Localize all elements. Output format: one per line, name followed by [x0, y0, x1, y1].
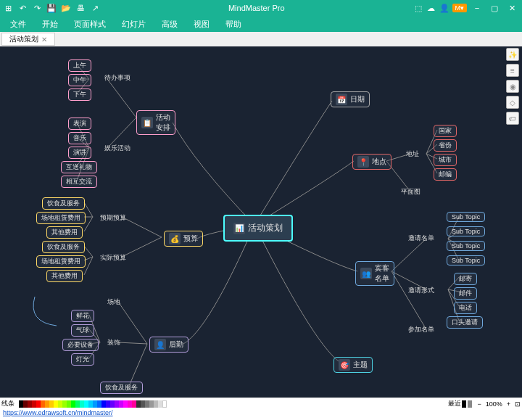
- money-icon: 💰: [169, 233, 181, 244]
- sub-b5-2[interactable]: 平面图: [401, 187, 420, 197]
- recent-color-1[interactable]: [462, 400, 466, 408]
- status-right: 最近: [448, 399, 461, 408]
- leaf[interactable]: 必要设备: [62, 339, 99, 351]
- person-icon: 👤: [154, 339, 166, 350]
- leaf[interactable]: 表演: [68, 118, 91, 130]
- leaf[interactable]: 下午: [68, 88, 91, 101]
- leaf[interactable]: Sub Topic: [447, 255, 485, 265]
- leaf[interactable]: 演讲: [68, 147, 91, 159]
- fit-icon[interactable]: ⊡: [515, 400, 521, 408]
- share-icon[interactable]: ⬚: [413, 3, 423, 13]
- menu-file[interactable]: 文件: [3, 17, 33, 31]
- maximize-button[interactable]: ▢: [487, 1, 502, 15]
- zoom-level: 100%: [486, 400, 502, 408]
- node-b1[interactable]: 📋活动 安排: [136, 110, 175, 135]
- clipboard-icon: 📋: [141, 117, 153, 128]
- cloud-icon[interactable]: ☁: [426, 3, 436, 13]
- save-icon[interactable]: 💾: [46, 3, 57, 13]
- minimize-button[interactable]: −: [470, 1, 484, 15]
- leaf[interactable]: 鲜花: [71, 310, 94, 322]
- sub-b5-1[interactable]: 地址: [406, 149, 419, 159]
- calendar-icon: 📅: [336, 94, 347, 105]
- tool-ai-icon[interactable]: ✨: [506, 48, 519, 61]
- leaf[interactable]: 互送礼物: [61, 161, 97, 173]
- close-button[interactable]: ✕: [505, 1, 519, 15]
- leaf[interactable]: Sub Topic: [447, 241, 485, 251]
- chart-icon: 📊: [233, 223, 245, 234]
- leaf[interactable]: 场地租赁费用: [36, 212, 86, 224]
- sub-b6-1[interactable]: 邀请名单: [408, 234, 434, 243]
- leaf[interactable]: 上午: [68, 59, 91, 72]
- leaf[interactable]: 电话: [454, 302, 477, 314]
- leaf[interactable]: 国家: [434, 125, 457, 137]
- leaf[interactable]: 邮件: [454, 287, 477, 300]
- menu-page[interactable]: 页面样式: [67, 17, 113, 31]
- leaf[interactable]: 场地租赁费用: [36, 255, 86, 268]
- leaf[interactable]: 音乐: [68, 132, 91, 144]
- vip-badge[interactable]: M▾: [452, 4, 468, 12]
- leaf[interactable]: 饮食及服务: [42, 241, 85, 253]
- leaf[interactable]: 邮寄: [454, 273, 477, 285]
- node-b7[interactable]: 🎯主题: [334, 357, 373, 373]
- leaf[interactable]: Sub Topic: [447, 226, 485, 236]
- people-icon: 👥: [360, 268, 372, 279]
- status-left: 线条: [1, 399, 14, 408]
- leaf[interactable]: 气球: [71, 324, 94, 337]
- recent-color-2[interactable]: [468, 400, 472, 408]
- leaf[interactable]: 其他费用: [46, 270, 83, 282]
- leaf[interactable]: 城市: [434, 154, 457, 166]
- leaf[interactable]: 口头邀请: [447, 316, 483, 329]
- export-icon[interactable]: ↗: [90, 3, 100, 13]
- menu-advanced[interactable]: 高级: [154, 17, 185, 31]
- footer-link[interactable]: https://www.edrawsoft.cn/mindmaster/: [3, 409, 113, 416]
- node-center[interactable]: 📊活动策划: [223, 215, 293, 242]
- tool-tag-icon[interactable]: 🏷: [506, 112, 519, 125]
- redo-icon[interactable]: ↷: [32, 3, 42, 13]
- sub-b1-2[interactable]: 娱乐活动: [104, 144, 130, 153]
- open-icon[interactable]: 📂: [61, 3, 71, 13]
- tab-label: 活动策划: [9, 34, 38, 44]
- menu-view[interactable]: 视图: [186, 17, 217, 31]
- zoom-out-icon[interactable]: −: [477, 400, 481, 408]
- node-b2[interactable]: 💰预算: [164, 231, 203, 247]
- undo-icon[interactable]: ↶: [17, 3, 28, 13]
- node-b4[interactable]: 📅日期: [331, 91, 370, 107]
- sub-b1-1[interactable]: 待办事项: [104, 73, 130, 83]
- tool-list-icon[interactable]: ≡: [506, 64, 519, 77]
- sub-b3-2[interactable]: 装饰: [107, 338, 120, 347]
- sub-b2-1[interactable]: 预期预算: [100, 213, 126, 223]
- tab-document[interactable]: 活动策划 ✕: [1, 33, 55, 46]
- zoom-in-icon[interactable]: +: [507, 400, 510, 408]
- sub-b3-3[interactable]: 饮食及服务: [100, 382, 143, 394]
- leaf[interactable]: 邮编: [434, 168, 457, 181]
- node-b6[interactable]: 👥宾客 名单: [355, 261, 394, 286]
- leaf[interactable]: 其他费用: [46, 226, 83, 239]
- tool-capture-icon[interactable]: ◉: [506, 80, 519, 93]
- menu-start[interactable]: 开始: [35, 17, 65, 31]
- tool-shape-icon[interactable]: ◇: [506, 96, 519, 109]
- node-b5[interactable]: 📍地点: [352, 154, 392, 170]
- app-logo: ⊞: [3, 3, 13, 13]
- color-palette[interactable]: [19, 400, 444, 408]
- sub-b3-1[interactable]: 场地: [107, 297, 120, 307]
- target-icon: 🎯: [339, 359, 350, 371]
- sub-b6-2[interactable]: 邀请形式: [408, 286, 434, 295]
- pin-icon: 📍: [357, 156, 369, 168]
- sub-b2-2[interactable]: 实际预算: [100, 253, 126, 263]
- leaf[interactable]: 饮食及服务: [42, 197, 85, 210]
- leaf[interactable]: 省份: [434, 139, 457, 152]
- menu-slide[interactable]: 幻灯片: [115, 17, 153, 31]
- menu-help[interactable]: 帮助: [218, 17, 249, 31]
- print-icon[interactable]: 🖶: [75, 3, 86, 13]
- window-title: MindMaster Pro: [100, 4, 413, 12]
- leaf[interactable]: Sub Topic: [447, 212, 485, 222]
- tab-close-icon[interactable]: ✕: [41, 36, 47, 44]
- leaf[interactable]: 中午: [68, 74, 91, 86]
- leaf[interactable]: 灯光: [71, 353, 94, 366]
- node-b3[interactable]: 👤后勤: [149, 337, 188, 353]
- leaf[interactable]: 相互交流: [61, 176, 97, 188]
- user-icon[interactable]: 👤: [439, 3, 450, 13]
- sub-b6-3[interactable]: 参加名单: [408, 325, 434, 334]
